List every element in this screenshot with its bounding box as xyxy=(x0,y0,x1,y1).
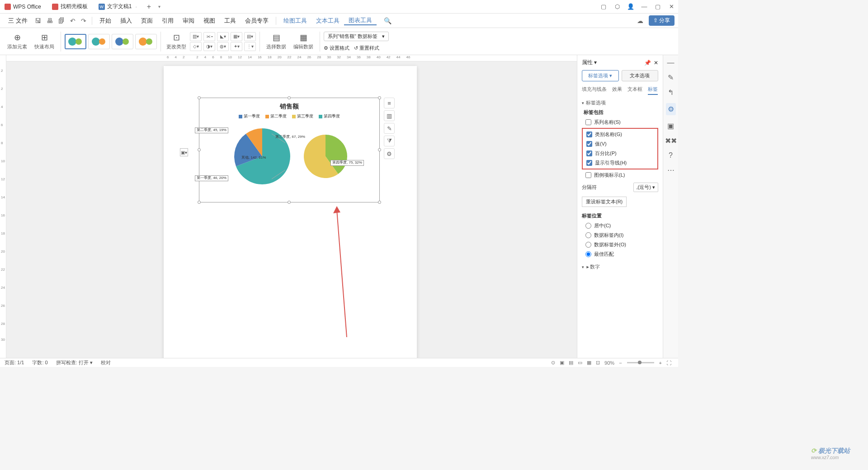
tab-label-options[interactable]: 标签选项 ▾ xyxy=(582,70,619,81)
menu-chart-tools[interactable]: 图表工具 xyxy=(344,16,377,25)
chart-elements-icon[interactable]: ▥ xyxy=(384,110,395,121)
chart-style-1[interactable] xyxy=(65,34,86,49)
data-label-q3[interactable]: 第三季度, 67, 29% xyxy=(274,135,307,140)
chart-area-icon[interactable]: ◣▾ xyxy=(217,32,229,41)
status-proof[interactable]: 校对 xyxy=(101,359,111,366)
layout-options-icon[interactable]: ▣▾ xyxy=(180,148,188,156)
zoom-in-icon[interactable]: + xyxy=(657,360,664,366)
chart-shape-icon[interactable]: ◇▾ xyxy=(190,42,202,51)
edit-icon[interactable]: ✎ xyxy=(668,73,674,82)
ribbon-quick-layout[interactable]: ⊞快速布局 xyxy=(32,33,57,50)
file-menu[interactable]: 三 文件 xyxy=(4,17,32,25)
check-series-name[interactable]: 系列名称(S) xyxy=(582,118,658,127)
chart-layout-icon[interactable]: ≡ xyxy=(384,98,395,108)
view-page-icon[interactable]: ▣ xyxy=(557,360,566,366)
separator-select[interactable]: ,(逗号) ▾ xyxy=(633,183,658,192)
view-grid-icon[interactable]: ▦ xyxy=(585,360,594,366)
preview-icon[interactable]: 🗐 xyxy=(56,17,67,24)
section-label-options[interactable]: 标签选项 xyxy=(582,99,658,106)
data-label-q4[interactable]: 第四季度, 75, 32% xyxy=(330,160,364,166)
panel-close-icon[interactable]: ✕ xyxy=(654,60,658,66)
share-button[interactable]: ⇧ 分享 xyxy=(649,15,675,26)
tab-add-button[interactable]: + xyxy=(143,3,155,11)
check-legend-key[interactable]: 图例项标示(L) xyxy=(582,170,658,180)
chart-legend[interactable]: 第一季度 第二季度 第三季度 第四季度 xyxy=(199,113,379,119)
chart-line-icon[interactable]: ⫘▾ xyxy=(203,32,215,41)
tab-close-icon[interactable]: · xyxy=(135,4,137,10)
more-icon[interactable]: ⋯ xyxy=(667,166,675,174)
menu-insert[interactable]: 插入 xyxy=(116,17,137,25)
check-category-name[interactable]: 类别名称(G) xyxy=(583,130,657,139)
redo-icon[interactable]: ↷ xyxy=(78,17,89,24)
subtab-fill-line[interactable]: 填充与线条 xyxy=(582,86,607,95)
maximize-button[interactable]: ▢ xyxy=(651,3,665,10)
save-icon[interactable]: 🖫 xyxy=(32,17,44,24)
collapse-icon[interactable]: — xyxy=(667,59,675,67)
zoom-slider[interactable] xyxy=(627,362,654,363)
chart-object[interactable]: 销售额 第一季度 第二季度 第三季度 第四季度 xyxy=(199,98,380,202)
select-icon[interactable]: ↰ xyxy=(668,88,674,97)
chart-col-icon[interactable]: ▦▾ xyxy=(231,32,242,41)
ribbon-select-data[interactable]: ▤选择数据 xyxy=(264,33,289,50)
section-number[interactable]: ▾ 数字 xyxy=(582,263,658,270)
reset-label-text-button[interactable]: 重设标签文本(R) xyxy=(582,197,627,207)
menu-review[interactable]: 审阅 xyxy=(178,17,199,25)
tab-menu-icon[interactable]: ▾ xyxy=(155,4,164,9)
app-cube-icon[interactable]: ⬡ xyxy=(610,3,624,10)
ribbon-change-type[interactable]: ⊡更改类型 xyxy=(165,33,188,50)
ribbon-set-format[interactable]: ⚙ 设置格式 xyxy=(324,45,349,52)
fullscreen-icon[interactable]: ⛶ xyxy=(664,360,674,366)
search-icon[interactable]: 🔍 xyxy=(381,17,394,24)
chart-style-3[interactable] xyxy=(112,34,133,49)
close-button[interactable]: ✕ xyxy=(665,3,678,10)
tab-text-options[interactable]: 文本选项 xyxy=(622,70,659,81)
radio-best-fit[interactable]: 最佳匹配 xyxy=(582,249,658,259)
chart-grid-icon[interactable]: ▤▾ xyxy=(244,32,256,41)
status-words[interactable]: 字数: 0 xyxy=(32,359,47,366)
ribbon-reset-style[interactable]: ↺ 重置样式 xyxy=(354,45,379,52)
subtab-textbox[interactable]: 文本框 xyxy=(627,86,642,95)
pin-icon[interactable]: 📌 xyxy=(644,60,651,66)
menu-draw-tools[interactable]: 绘图工具 xyxy=(279,17,311,25)
chart-style-icon[interactable]: ✎ xyxy=(384,123,395,134)
document-canvas[interactable]: 642 2468 10121416 18202224 26283032 3436… xyxy=(6,55,577,358)
subtab-label[interactable]: 标签 xyxy=(648,86,658,95)
check-percent[interactable]: 百分比(P) xyxy=(583,149,657,158)
undo-icon[interactable]: ↶ xyxy=(67,17,78,24)
tab-document[interactable]: W文字文稿1· xyxy=(94,1,142,13)
tab-wps-office[interactable]: WPS Office xyxy=(0,1,46,13)
chart-bar-icon[interactable]: ▥▾ xyxy=(190,32,202,41)
chart-filter-icon[interactable]: ⧩ xyxy=(384,136,395,146)
properties-icon[interactable]: ⚙ xyxy=(666,103,676,115)
chart-title[interactable]: 销售额 xyxy=(199,103,379,111)
check-value[interactable]: 值(V) xyxy=(583,139,657,149)
menu-member[interactable]: 会员专享 xyxy=(241,17,273,25)
menu-text-tools[interactable]: 文本工具 xyxy=(311,17,344,25)
tab-templates[interactable]: 找稻壳模板 xyxy=(47,1,92,13)
menu-reference[interactable]: 引用 xyxy=(157,17,178,25)
zoom-value[interactable]: 90% xyxy=(602,360,617,366)
data-label-q1[interactable]: 第一季度, 46, 20% xyxy=(195,175,228,181)
view-web-icon[interactable]: ▤ xyxy=(566,360,576,366)
app-box-icon[interactable]: ▢ xyxy=(597,3,610,10)
chart-style-2[interactable] xyxy=(88,34,110,49)
layers-icon[interactable]: ▣ xyxy=(667,122,674,130)
radio-center[interactable]: 居中(C) xyxy=(582,221,658,230)
minimize-button[interactable]: — xyxy=(637,3,651,10)
chart-style-4[interactable] xyxy=(135,34,157,49)
chart-scatter-icon[interactable]: ⋮▾ xyxy=(244,42,256,51)
tools-icon[interactable]: ✖✖ xyxy=(665,136,677,145)
view-outline-icon[interactable]: ⊙ xyxy=(549,360,557,366)
radio-outside[interactable]: 数据标签外(O) xyxy=(582,240,658,249)
ribbon-add-element[interactable]: ⊕添加元素 xyxy=(5,33,30,50)
series-selector[interactable]: 系列"销售额" 数据标签▾ xyxy=(324,32,389,41)
data-label-other[interactable]: 其他, 142, 61% xyxy=(240,155,267,160)
zoom-fit-icon[interactable]: ⊡ xyxy=(594,360,602,366)
menu-page[interactable]: 页面 xyxy=(137,17,157,25)
chart-donut-icon[interactable]: ◍▾ xyxy=(217,42,229,51)
status-page[interactable]: 页面: 1/1 xyxy=(5,359,24,366)
menu-start[interactable]: 开始 xyxy=(95,17,116,25)
chart-pie-icon[interactable]: ◑▾ xyxy=(203,42,215,51)
chart-settings-icon[interactable]: ⚙ xyxy=(384,148,395,159)
radio-inside[interactable]: 数据标签内(I) xyxy=(582,230,658,240)
